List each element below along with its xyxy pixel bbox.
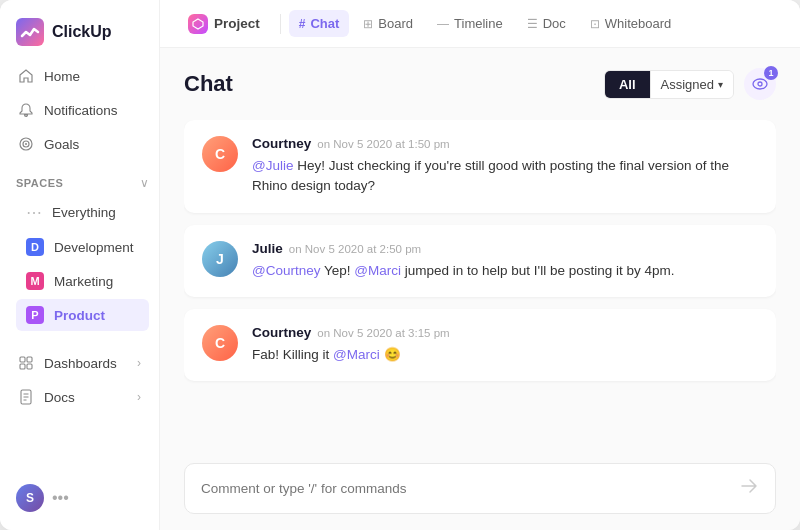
top-nav: Project # Chat ⊞ Board — Timeline ☰ Doc … xyxy=(160,0,800,48)
message-header-3: Courtney on Nov 5 2020 at 3:15 pm xyxy=(252,325,758,340)
dashboards-icon xyxy=(18,355,34,371)
filter-assigned-label: Assigned xyxy=(661,77,714,92)
sidebar-item-notifications-label: Notifications xyxy=(44,103,118,118)
bottom-nav: Dashboards › Docs › xyxy=(0,339,159,421)
tab-whiteboard-label: Whiteboard xyxy=(605,16,671,31)
sidebar: ClickUp Home Notifications xyxy=(0,0,160,530)
spaces-chevron-icon: ∨ xyxy=(140,176,149,190)
timeline-icon: — xyxy=(437,17,449,31)
svg-rect-5 xyxy=(27,357,32,362)
svg-point-3 xyxy=(25,143,27,145)
svg-rect-6 xyxy=(20,364,25,369)
tab-board[interactable]: ⊞ Board xyxy=(353,10,423,37)
tab-chat-label: Chat xyxy=(310,16,339,31)
sidebar-item-product[interactable]: P Product xyxy=(16,299,149,331)
everything-icon: ⋯ xyxy=(26,203,42,222)
user-avatar[interactable]: S xyxy=(16,484,44,512)
spaces-header[interactable]: Spaces ∨ xyxy=(16,176,149,190)
mention-courtney: @Courtney xyxy=(252,263,320,278)
svg-point-14 xyxy=(758,82,762,86)
message-card: C Courtney on Nov 5 2020 at 1:50 pm @Jul… xyxy=(184,120,776,213)
docs-label: Docs xyxy=(44,390,75,405)
filter-assigned-dropdown[interactable]: Assigned ▾ xyxy=(650,71,733,98)
message-author-3: Courtney xyxy=(252,325,311,340)
sidebar-item-marketing[interactable]: M Marketing xyxy=(16,265,149,297)
footer-menu-icon[interactable]: ••• xyxy=(52,489,69,507)
message-author-2: Julie xyxy=(252,241,283,256)
tab-board-label: Board xyxy=(378,16,413,31)
home-icon xyxy=(18,68,34,84)
message-text-2: @Courtney Yep! @Marci jumped in to help … xyxy=(252,261,758,281)
logo-text: ClickUp xyxy=(52,23,112,41)
doc-icon: ☰ xyxy=(527,17,538,31)
notification-button[interactable]: 1 xyxy=(744,68,776,100)
courtney-avatar-2: C xyxy=(202,325,238,361)
sidebar-item-docs[interactable]: Docs › xyxy=(8,381,151,413)
sidebar-nav: Home Notifications Goals xyxy=(0,60,159,160)
sidebar-item-home[interactable]: Home xyxy=(8,60,151,92)
svg-rect-7 xyxy=(27,364,32,369)
message-content-1: Courtney on Nov 5 2020 at 1:50 pm @Julie… xyxy=(252,136,758,197)
spaces-title: Spaces xyxy=(16,177,63,189)
mention-julie: @Julie xyxy=(252,158,293,173)
sidebar-item-goals[interactable]: Goals xyxy=(8,128,151,160)
message-content-2: Julie on Nov 5 2020 at 2:50 pm @Courtney… xyxy=(252,241,758,281)
message-header-2: Julie on Nov 5 2020 at 2:50 pm xyxy=(252,241,758,256)
dashboards-chevron-icon: › xyxy=(137,356,141,370)
sidebar-item-goals-label: Goals xyxy=(44,137,79,152)
nav-divider xyxy=(280,14,281,34)
tab-timeline-label: Timeline xyxy=(454,16,503,31)
svg-point-13 xyxy=(753,79,767,89)
chat-area: Chat All Assigned ▾ 1 xyxy=(160,48,800,530)
development-label: Development xyxy=(54,240,134,255)
sidebar-footer: S ••• xyxy=(0,474,159,522)
comment-input-area[interactable] xyxy=(184,463,776,514)
product-icon: P xyxy=(26,306,44,324)
app-window: ClickUp Home Notifications xyxy=(0,0,800,530)
notification-badge: 1 xyxy=(764,66,778,80)
project-label: Project xyxy=(214,16,260,31)
chat-header-right: All Assigned ▾ 1 xyxy=(604,68,776,100)
spaces-section: Spaces ∨ ⋯ Everything D Development M Ma… xyxy=(0,160,159,335)
message-time-2: on Nov 5 2020 at 2:50 pm xyxy=(289,243,421,255)
main-content: Project # Chat ⊞ Board — Timeline ☰ Doc … xyxy=(160,0,800,530)
sidebar-item-home-label: Home xyxy=(44,69,80,84)
filter-group: All Assigned ▾ xyxy=(604,70,734,99)
marketing-label: Marketing xyxy=(54,274,113,289)
project-icon xyxy=(188,14,208,34)
tab-chat[interactable]: # Chat xyxy=(289,10,350,37)
messages-container: C Courtney on Nov 5 2020 at 1:50 pm @Jul… xyxy=(184,120,776,451)
whiteboard-icon: ⊡ xyxy=(590,17,600,31)
tab-doc[interactable]: ☰ Doc xyxy=(517,10,576,37)
sidebar-item-everything[interactable]: ⋯ Everything xyxy=(16,196,149,229)
dropdown-chevron-icon: ▾ xyxy=(718,79,723,90)
message-card: J Julie on Nov 5 2020 at 2:50 pm @Courtn… xyxy=(184,225,776,297)
tab-timeline[interactable]: — Timeline xyxy=(427,10,513,37)
sidebar-item-notifications[interactable]: Notifications xyxy=(8,94,151,126)
dashboards-label: Dashboards xyxy=(44,356,117,371)
bell-icon xyxy=(18,102,34,118)
spaces-list: ⋯ Everything D Development M Marketing P… xyxy=(16,196,149,331)
message-time-1: on Nov 5 2020 at 1:50 pm xyxy=(317,138,449,150)
message-text-1: @Julie Hey! Just checking if you're stil… xyxy=(252,156,758,197)
chat-title: Chat xyxy=(184,71,233,97)
project-tab[interactable]: Project xyxy=(176,8,272,40)
message-text-3: Fab! Killing it @Marci 😊 xyxy=(252,345,758,365)
everything-label: Everything xyxy=(52,205,116,220)
target-icon xyxy=(18,136,34,152)
julie-avatar: J xyxy=(202,241,238,277)
courtney-avatar-1: C xyxy=(202,136,238,172)
sidebar-item-development[interactable]: D Development xyxy=(16,231,149,263)
send-icon[interactable] xyxy=(739,476,759,501)
development-icon: D xyxy=(26,238,44,256)
filter-all-button[interactable]: All xyxy=(605,71,650,98)
comment-input[interactable] xyxy=(201,481,729,496)
mention-marci-2: @Marci xyxy=(333,347,380,362)
tab-whiteboard[interactable]: ⊡ Whiteboard xyxy=(580,10,681,37)
message-content-3: Courtney on Nov 5 2020 at 3:15 pm Fab! K… xyxy=(252,325,758,365)
svg-rect-4 xyxy=(20,357,25,362)
logo: ClickUp xyxy=(0,0,159,60)
sidebar-item-dashboards[interactable]: Dashboards › xyxy=(8,347,151,379)
svg-rect-0 xyxy=(16,18,44,46)
hash-icon: # xyxy=(299,17,306,31)
